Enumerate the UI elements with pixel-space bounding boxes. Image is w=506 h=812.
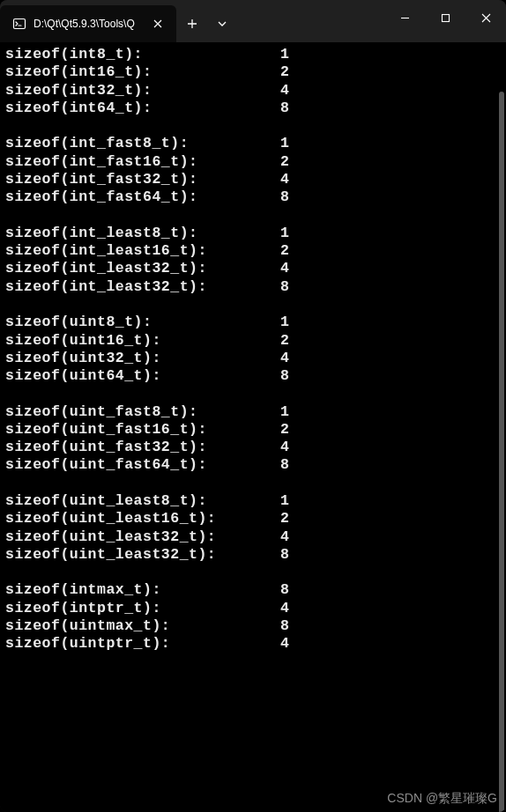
close-button[interactable] — [465, 0, 506, 35]
watermark: CSDN @繁星璀璨G — [387, 791, 497, 807]
tab-title: D:\Qt\Qt5.9.3\Tools\Q — [33, 18, 143, 30]
terminal-icon — [12, 17, 26, 31]
window-controls — [384, 0, 506, 42]
minimize-button[interactable] — [384, 0, 425, 35]
svg-rect-0 — [14, 19, 26, 29]
tab-close-button[interactable] — [150, 16, 166, 32]
new-tab-button[interactable] — [176, 5, 208, 42]
terminal-content[interactable]: sizeof(int8_t): 1 sizeof(int16_t): 2 siz… — [0, 42, 506, 812]
active-tab[interactable]: D:\Qt\Qt5.9.3\Tools\Q — [0, 5, 176, 42]
terminal-window: D:\Qt\Qt5.9.3\Tools\Q sizeof(int8_t): — [0, 0, 506, 812]
titlebar[interactable]: D:\Qt\Qt5.9.3\Tools\Q — [0, 0, 506, 42]
scrollbar-thumb[interactable] — [499, 92, 504, 812]
tab-dropdown-button[interactable] — [208, 5, 236, 42]
terminal-output: sizeof(int8_t): 1 sizeof(int16_t): 2 siz… — [5, 46, 501, 653]
maximize-button[interactable] — [425, 0, 465, 35]
titlebar-drag-area[interactable] — [236, 0, 384, 42]
svg-rect-3 — [442, 14, 449, 21]
